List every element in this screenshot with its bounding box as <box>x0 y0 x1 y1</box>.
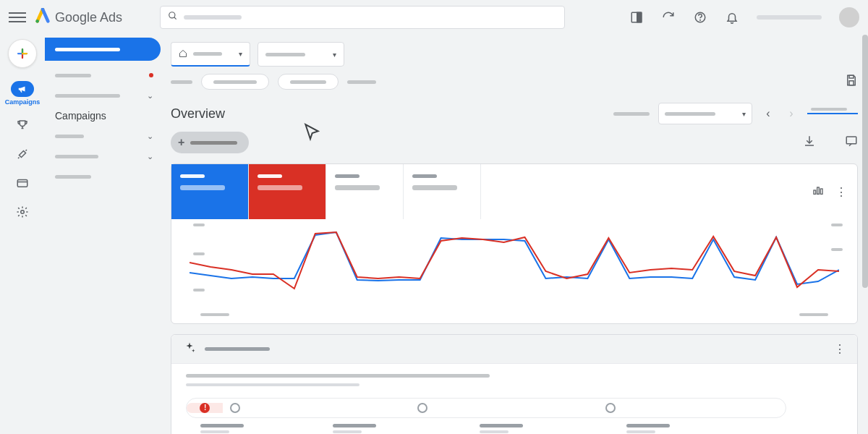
chevron-down-icon: ⌄ <box>147 132 153 141</box>
svg-point-6 <box>700 20 701 20</box>
svg-point-1 <box>169 12 175 18</box>
svg-rect-14 <box>849 75 854 78</box>
svg-rect-19 <box>820 189 822 194</box>
scope-selector[interactable]: ▾ <box>258 42 344 67</box>
x-axis-label <box>799 313 828 316</box>
home-icon <box>179 48 187 61</box>
refresh-icon[interactable] <box>661 10 676 25</box>
account-selector[interactable]: ▾ <box>171 42 250 67</box>
ads-logo-icon <box>35 8 51 27</box>
trophy-icon <box>16 119 29 135</box>
tools-icon <box>16 148 29 163</box>
expand-chart-icon[interactable] <box>812 184 824 199</box>
nav-active-item[interactable] <box>45 38 161 61</box>
megaphone-icon <box>11 81 34 97</box>
filter-chip[interactable] <box>278 74 339 90</box>
avatar[interactable] <box>839 7 859 27</box>
rail-campaigns[interactable]: Campaigns <box>2 81 43 106</box>
account-label <box>757 15 822 20</box>
nav-item[interactable]: ⌄ <box>45 146 161 166</box>
product-name: Google Ads <box>55 10 122 25</box>
product-logo: Google Ads <box>35 8 122 27</box>
caret-down-icon: ▾ <box>333 51 336 59</box>
search-input[interactable] <box>160 6 565 29</box>
step-3[interactable] <box>410 403 597 413</box>
save-icon[interactable] <box>845 74 858 90</box>
plus-icon: + <box>178 136 184 149</box>
sparkle-icon <box>183 341 196 357</box>
nav-item[interactable]: ⌄ <box>45 126 161 146</box>
line-chart <box>171 219 857 313</box>
download-icon[interactable] <box>803 135 816 150</box>
chevron-down-icon: ⌄ <box>147 91 153 101</box>
step-4[interactable] <box>598 403 786 413</box>
prev-button[interactable]: ‹ <box>761 106 775 121</box>
notifications-icon[interactable] <box>725 10 739 25</box>
chevron-down-icon: ⌄ <box>147 152 153 161</box>
date-range-selector[interactable]: ▾ <box>658 103 752 124</box>
svg-rect-18 <box>817 187 820 194</box>
insight-subtext <box>186 383 359 386</box>
alert-dot-icon <box>149 73 153 77</box>
scrollbar[interactable] <box>862 35 868 288</box>
rail-admin[interactable] <box>2 205 43 221</box>
nav-section-title: Campaigns <box>45 106 161 126</box>
filter-chip[interactable] <box>201 74 269 90</box>
svg-rect-11 <box>17 180 27 187</box>
more-icon[interactable]: ⋮ <box>835 185 847 199</box>
rail-goals[interactable] <box>2 119 43 135</box>
filter-label <box>347 80 376 84</box>
insights-card: ⋮ <box>171 334 858 434</box>
nav-item[interactable] <box>45 166 161 187</box>
svg-rect-17 <box>814 190 816 194</box>
add-button[interactable]: + <box>171 132 249 153</box>
menu-button[interactable] <box>9 9 26 26</box>
metric-tile-3[interactable] <box>326 164 404 219</box>
more-icon[interactable]: ⋮ <box>834 342 846 356</box>
filter-label <box>171 80 192 84</box>
metric-tile-1[interactable] <box>171 164 249 219</box>
svg-rect-16 <box>846 137 856 144</box>
metric-tile-4[interactable] <box>404 164 481 219</box>
svg-point-0 <box>35 20 39 23</box>
next-button: › <box>784 106 799 121</box>
svg-line-2 <box>174 17 176 20</box>
active-tab-indicator[interactable] <box>807 113 858 114</box>
feedback-icon[interactable] <box>845 135 858 150</box>
nav-item[interactable]: ⌄ <box>45 85 161 106</box>
create-button[interactable] <box>8 39 37 68</box>
step-1[interactable] <box>187 403 223 413</box>
rail-tools[interactable] <box>2 148 43 163</box>
metrics-card: ⋮ <box>171 163 858 324</box>
page-title: Overview <box>171 106 225 122</box>
appearance-icon[interactable] <box>629 10 644 25</box>
stepper <box>186 398 786 418</box>
search-icon <box>168 11 178 24</box>
step-2[interactable] <box>223 403 410 413</box>
alert-icon <box>200 403 210 413</box>
caret-down-icon: ▾ <box>239 50 242 58</box>
date-label <box>613 112 650 116</box>
svg-rect-15 <box>849 81 854 85</box>
insight-heading <box>186 374 490 378</box>
help-icon[interactable] <box>693 10 707 25</box>
caret-down-icon: ▾ <box>742 110 746 118</box>
nav-item[interactable] <box>45 65 161 85</box>
x-axis-label <box>200 313 229 316</box>
metric-tile-2[interactable] <box>249 164 326 219</box>
rail-billing[interactable] <box>2 176 43 192</box>
card-icon <box>16 176 29 192</box>
svg-point-13 <box>21 210 25 214</box>
gear-icon <box>16 205 29 221</box>
svg-rect-4 <box>637 12 642 22</box>
